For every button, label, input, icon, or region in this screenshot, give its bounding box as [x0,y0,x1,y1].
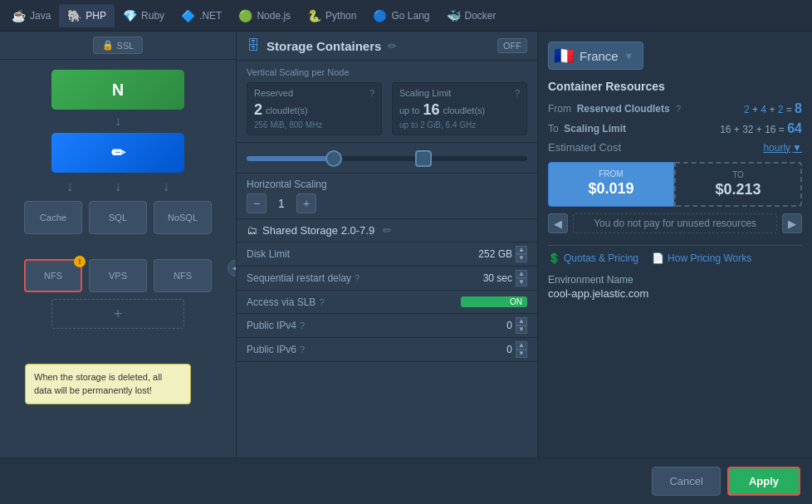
shared-edit-icon[interactable]: ✏ [383,224,392,237]
ssl-button[interactable]: 🔒 SSL [93,37,144,54]
how-pricing-link[interactable]: 📄 How Pricing Works [652,252,751,264]
nginx-node[interactable]: N [51,70,184,110]
reserved-help-icon-right[interactable]: ? [676,104,681,114]
scaling-limit-title: Scaling Limit ? [399,88,520,98]
tab-python[interactable]: 🐍 Python [299,4,364,27]
toggle-switch[interactable]: OFF [497,38,527,53]
tab-php[interactable]: 🐘 PHP [59,4,115,27]
vertical-scaling-label: Vertical Scaling per Node [247,67,527,77]
prev-arrow[interactable]: ◀ [548,213,568,233]
tab-docker[interactable]: 🐳 Docker [438,4,505,27]
hourly-dropdown-icon: ▼ [792,142,802,154]
ipv6-spinner[interactable]: ▲ ▼ [516,341,527,358]
slider-thumb-reserved[interactable] [325,150,342,167]
ipv4-help-icon[interactable]: ? [300,321,305,330]
ruby-icon: 💎 [123,9,137,22]
reserved-num: 2 [254,101,262,119]
tab-nodejs[interactable]: 🟢 Node.js [230,4,299,27]
main-content: 🔒 SSL N ↓ ✏ ↓ ↓ ↓ Cache SQL NoSQL [0,32,812,504]
slider-thumb-scaling[interactable] [415,150,432,167]
to-scaling-label: To Scaling Limit [548,123,648,135]
java-icon: ☕ [12,9,26,22]
ipv4-up-btn[interactable]: ▲ [516,317,527,325]
country-dropdown[interactable]: 🇫🇷 France ▼ [548,42,643,70]
quotas-pricing-link[interactable]: 💲 Quotas & Pricing [548,252,638,264]
tab-ruby[interactable]: 💎 Ruby [115,4,173,27]
pricing-links: 💲 Quotas & Pricing 📄 How Pricing Works [548,252,802,264]
nfs-node-2[interactable]: NFS [154,259,212,292]
unused-resources-text: You do not pay for unused resources [573,213,777,233]
dropdown-arrow-icon: ▼ [624,50,634,62]
restart-up-btn[interactable]: ▲ [516,270,527,278]
node-counter: − 1 + [247,193,527,213]
restart-delay-value: 30 sec [446,272,512,284]
scaling-limit-help-icon[interactable]: ? [515,88,520,98]
ipv4-spinner[interactable]: ▲ ▼ [516,317,527,334]
next-arrow[interactable]: ▶ [782,213,802,233]
decrement-button[interactable]: − [247,193,267,213]
ipv6-label: Public IPv6 ? [247,344,446,355]
disk-down-btn[interactable]: ▼ [516,254,527,262]
hourly-select[interactable]: hourly ▼ [763,142,802,154]
container-resources-title: Container Resources [548,80,802,93]
tab-net[interactable]: 🔷 .NET [173,4,230,27]
shared-storage-title: Shared Storage 2.0-7.9 [262,224,374,237]
ipv6-help-icon[interactable]: ? [300,345,305,355]
from-cost-value: $0.019 [555,180,667,198]
tooltip-box: When the storage is deleted, all data wi… [25,364,191,404]
restart-down-btn[interactable]: ▼ [516,278,527,286]
topology-area: N ↓ ✏ ↓ ↓ ↓ Cache SQL NoSQL When the sto… [0,60,236,504]
sql-node[interactable]: SQL [89,201,147,234]
country-flag: 🇫🇷 [554,46,575,66]
php-icon: 🐘 [67,9,81,22]
disk-limit-value: 252 GB [446,248,512,260]
ipv6-value: 0 [446,344,512,355]
to-cost-value: $0.213 [682,181,794,198]
tab-golang[interactable]: 🔵 Go Lang [364,4,438,27]
shared-storage-header: 🗂 Shared Storage 2.0-7.9 ✏ [237,219,537,242]
middle-panel: 🗄 Storage Containers ✏ OFF Vertical Scal… [237,32,538,504]
arrow-down-3: ↓ [115,179,121,194]
tab-java[interactable]: ☕ Java [3,4,59,27]
env-name-label: Environment Name [548,274,802,286]
from-cost-label: FROM [555,169,667,179]
disk-limit-label: Disk Limit [247,248,446,260]
golang-icon: 🔵 [373,9,387,22]
disk-limit-row: Disk Limit 252 GB ▲ ▼ [237,242,537,267]
edit-pencil-icon[interactable]: ✏ [388,40,397,52]
nosql-node[interactable]: NoSQL [154,201,212,234]
ruby-node[interactable]: ✏ [51,133,184,173]
add-node-button[interactable]: + [51,299,184,329]
cache-node[interactable]: Cache [24,201,82,234]
ipv6-down-btn[interactable]: ▼ [516,350,527,358]
vps-node[interactable]: VPS [89,259,147,292]
restart-spinner[interactable]: ▲ ▼ [516,270,527,286]
scaling-formula: 16 + 32 + 16 = 64 [720,121,802,136]
access-slb-row: Access via SLB ? ON [237,291,537,314]
slider-area [237,143,537,174]
restart-help-icon[interactable]: ? [355,273,360,283]
storage-title: Storage Containers [267,39,381,53]
ipv6-up-btn[interactable]: ▲ [516,341,527,350]
docker-icon: 🐳 [447,9,461,22]
disk-up-btn[interactable]: ▲ [516,246,527,254]
apply-button[interactable]: Apply [727,467,800,496]
ipv4-down-btn[interactable]: ▼ [516,325,527,334]
slider-track[interactable] [247,156,527,161]
cancel-button[interactable]: Cancel [652,467,720,496]
scaling-limit-value-row: up to 16 cloudlet(s) [399,101,520,119]
env-name-value: cool-app.jelastic.com [548,287,802,300]
disk-limit-spinner[interactable]: ▲ ▼ [516,246,527,262]
reserved-formula: 2 + 4 + 2 = 8 [744,101,802,116]
increment-button[interactable]: + [296,193,316,213]
slb-help-icon[interactable]: ? [319,297,324,307]
reserved-help-icon[interactable]: ? [369,88,374,98]
arrow-down-1: ↓ [115,114,121,129]
horizontal-scaling: Horizontal Scaling − 1 + [237,174,537,219]
cost-boxes: FROM $0.019 TO $0.213 [548,162,802,207]
access-slb-toggle[interactable]: ON [461,296,527,307]
estimated-label: Estimated Cost [548,141,648,154]
scaling-limit-unit: cloudlet(s) [443,105,486,115]
nfs-node-highlighted[interactable]: NFS ! [24,259,82,292]
access-slb-label: Access via SLB ? [247,296,461,308]
